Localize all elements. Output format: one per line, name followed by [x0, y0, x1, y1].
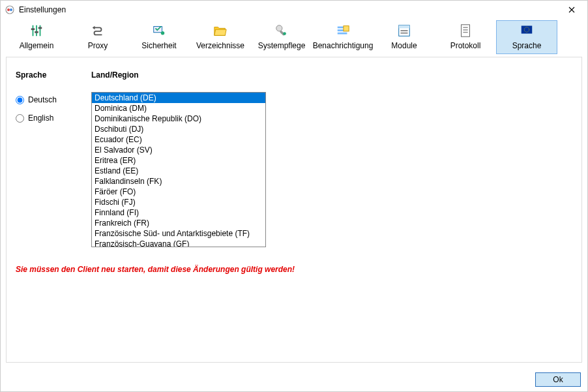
region-list-item[interactable]: Frankreich (FR)	[92, 218, 265, 228]
tab-module[interactable]: Module	[374, 20, 435, 54]
svg-point-12	[276, 25, 282, 31]
region-section-header: Land/Region	[91, 70, 139, 80]
tab-benachrichtigung[interactable]: Benachrichtigung	[312, 20, 374, 54]
svg-point-2	[10, 8, 12, 11]
content-panel: Sprache Land/Region DeutschEnglish Deuts…	[6, 57, 582, 363]
region-listbox[interactable]: Deutschland (DE)Dominica (DM)Dominikanis…	[91, 92, 266, 247]
tab-label: Allgemein	[20, 41, 54, 50]
svg-rect-6	[31, 28, 35, 30]
tab-label: Sicherheit	[141, 41, 176, 50]
region-list-item[interactable]: Ecuador (EC)	[92, 134, 265, 145]
close-button[interactable]	[561, 2, 582, 18]
verzeichnisse-icon	[211, 23, 229, 38]
dialog-footer: Ok	[1, 368, 587, 391]
tab-sicherheit[interactable]: Sicherheit	[128, 20, 190, 54]
benachrichtigung-icon	[334, 23, 352, 38]
tab-label: Benachrichtigung	[313, 41, 374, 50]
region-list-item[interactable]: Dschibuti (DJ)	[92, 124, 265, 134]
tab-sprache[interactable]: Sprache	[496, 20, 557, 54]
svg-rect-17	[338, 33, 347, 35]
tab-label: Systempflege	[258, 41, 306, 50]
language-radio-label: Deutsch	[28, 95, 57, 104]
tab-label: Proxy	[88, 41, 108, 50]
svg-rect-22	[401, 33, 408, 34]
proxy-icon	[89, 23, 107, 38]
window-title: Einstellungen	[19, 5, 66, 14]
svg-rect-27	[522, 26, 533, 34]
tab-label: Verzeichnisse	[196, 41, 244, 50]
sprache-icon	[518, 23, 536, 38]
tab-verzeichnisse[interactable]: Verzeichnisse	[190, 20, 251, 54]
module-icon	[395, 23, 413, 38]
language-radio-group: DeutschEnglish	[16, 95, 57, 123]
close-icon	[568, 7, 575, 13]
svg-rect-23	[462, 25, 470, 37]
language-section-header: Sprache	[16, 70, 46, 80]
svg-rect-20	[399, 25, 410, 29]
svg-rect-3	[33, 25, 34, 37]
svg-marker-9	[93, 26, 95, 30]
svg-rect-7	[35, 31, 38, 33]
svg-rect-5	[40, 25, 41, 37]
protokoll-icon	[456, 23, 475, 38]
region-list-item[interactable]: Dominikanische Republik (DO)	[92, 113, 265, 124]
region-list-item[interactable]: El Salvador (SV)	[92, 145, 265, 155]
region-list-item[interactable]: Fidschi (FJ)	[92, 197, 265, 207]
settings-window: Einstellungen AllgemeinProxySicherheitVe…	[0, 0, 588, 392]
restart-warning: Sie müssen den Client neu starten, damit…	[16, 265, 295, 274]
language-radio-de[interactable]: Deutsch	[16, 95, 57, 104]
titlebar: Einstellungen	[1, 1, 587, 19]
ok-button[interactable]: Ok	[535, 372, 581, 387]
tab-protokoll[interactable]: Protokoll	[435, 20, 496, 54]
language-radio-en[interactable]: English	[16, 113, 57, 123]
region-list-item[interactable]: Französische Süd- und Antarktisgebiete (…	[92, 228, 265, 239]
svg-rect-18	[344, 26, 349, 31]
svg-rect-21	[401, 30, 408, 31]
svg-point-1	[7, 8, 10, 11]
language-radio-input[interactable]	[16, 96, 24, 104]
region-list-item[interactable]: Finnland (FI)	[92, 207, 265, 218]
allgemein-icon	[27, 23, 46, 38]
toolbar: AllgemeinProxySicherheitVerzeichnisseSys…	[1, 19, 587, 57]
systempflege-icon	[272, 23, 291, 38]
svg-rect-24	[463, 27, 467, 28]
svg-rect-26	[463, 32, 467, 33]
language-radio-input[interactable]	[16, 114, 24, 123]
tab-label: Protokoll	[450, 41, 481, 50]
region-list-item[interactable]: Falklandinseln (FK)	[92, 176, 265, 187]
app-icon	[5, 5, 15, 15]
svg-point-11	[161, 31, 165, 35]
language-radio-label: English	[28, 113, 53, 123]
svg-rect-4	[36, 25, 37, 37]
region-list-item[interactable]: Estland (EE)	[92, 166, 265, 176]
svg-rect-25	[463, 29, 467, 30]
tab-allgemein[interactable]: Allgemein	[6, 20, 67, 54]
tab-label: Module	[391, 41, 417, 50]
tab-proxy[interactable]: Proxy	[67, 20, 128, 54]
svg-rect-8	[38, 27, 42, 29]
tab-systempflege[interactable]: Systempflege	[251, 20, 312, 54]
region-list-item[interactable]: Dominica (DM)	[92, 103, 265, 113]
tab-label: Sprache	[512, 41, 542, 50]
region-list-item[interactable]: Deutschland (DE)	[92, 93, 265, 103]
region-list-item[interactable]: Eritrea (ER)	[92, 155, 265, 166]
region-list-item[interactable]: Französisch-Guayana (GF)	[92, 239, 265, 247]
region-list-item[interactable]: Färöer (FO)	[92, 187, 265, 197]
svg-point-14	[283, 32, 286, 35]
sicherheit-icon	[150, 23, 168, 38]
